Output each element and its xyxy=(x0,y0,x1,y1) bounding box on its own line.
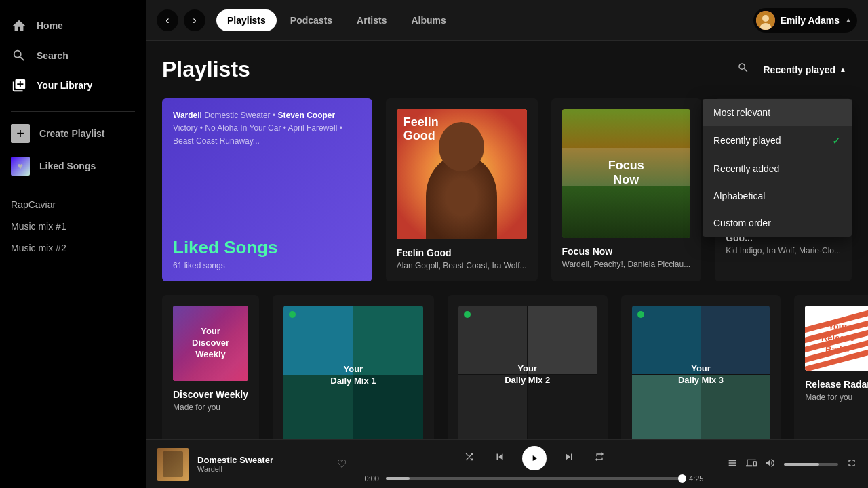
person-head xyxy=(439,122,484,171)
search-icon xyxy=(11,47,27,64)
sidebar-divider xyxy=(11,111,135,112)
feelin-good-art: FeelinGood xyxy=(397,109,527,239)
focus-now-text: FocusNow xyxy=(608,159,644,188)
previous-button[interactable] xyxy=(491,448,509,468)
card-daily-mix-2[interactable]: YourDaily Mix 2 Daily Mix 2 The Serious … xyxy=(448,295,608,439)
daily-mix-3-art: YourDaily Mix 3 xyxy=(632,306,770,439)
shuffle-button[interactable] xyxy=(461,449,477,468)
dropdown-label: Recently played xyxy=(713,135,781,146)
home-icon xyxy=(11,18,27,34)
fullscreen-button[interactable] xyxy=(846,458,857,470)
player-left: Domestic Sweater Wardell ♡ xyxy=(157,448,347,481)
daily-mix-2-text: YourDaily Mix 2 xyxy=(505,363,550,386)
volume-fill xyxy=(784,463,819,466)
dropdown-item-most-relevant[interactable]: Most relevant xyxy=(703,99,852,126)
sidebar-divider-2 xyxy=(11,188,135,188)
dropdown-label: Alphabetical xyxy=(713,190,765,201)
player-bar: Domestic Sweater Wardell ♡ xyxy=(146,439,868,488)
sidebar-home-label: Home xyxy=(37,20,63,31)
playlist-label: RapCaviar xyxy=(11,199,56,210)
sidebar-item-rapcaviar[interactable]: RapCaviar xyxy=(0,194,146,216)
devices-button[interactable] xyxy=(746,458,757,470)
dropdown-item-alphabetical[interactable]: Alphabetical xyxy=(703,182,852,209)
tab-playlists[interactable]: Playlists xyxy=(216,9,277,31)
discover-weekly-thumb: YourDiscoverWeekly xyxy=(173,306,248,381)
dropdown-item-custom-order[interactable]: Custom order xyxy=(703,209,852,237)
player-track-name: Domestic Sweater xyxy=(197,455,329,465)
topbar-right: Emily Adams ▲ xyxy=(753,8,857,33)
playlist-grid-row2: YourDiscoverWeekly Discover Weekly Made … xyxy=(162,295,852,439)
card-discover-weekly[interactable]: YourDiscoverWeekly Discover Weekly Made … xyxy=(162,295,259,439)
dropdown-label: Recently added xyxy=(713,163,779,174)
main-content: Playlists Recently played ▲ Most relevan… xyxy=(146,41,868,439)
library-icon xyxy=(11,77,27,94)
player-artist-name: Wardell xyxy=(197,465,329,473)
nav-arrows: ‹ › xyxy=(157,9,205,31)
liked-songs-button[interactable]: ♥ Liked Songs xyxy=(0,150,146,182)
dot-badge xyxy=(464,311,471,318)
discover-weekly-text: YourDiscoverWeekly xyxy=(186,321,235,366)
repeat-button[interactable] xyxy=(591,449,608,468)
sidebar-item-library[interactable]: Your Library xyxy=(0,70,146,100)
card-focus-now[interactable]: FocusNow Focus Now Wardell, Peachy!, Dan… xyxy=(551,98,702,281)
card-feelin-good[interactable]: FeelinGood Feelin Good Alan Gogoll, Beas… xyxy=(386,98,538,281)
release-radar-thumb: YourReleaseRadar xyxy=(805,306,868,371)
daily-mix-1-art: YourDaily Mix 1 xyxy=(283,306,423,439)
time-total: 4:25 xyxy=(689,474,703,483)
release-radar-text: YourReleaseRadar xyxy=(816,316,860,361)
daily-mix-2-art: YourDaily Mix 2 xyxy=(458,306,597,439)
card-desc: Wardell, Peachy!, Daniela Picciau... xyxy=(562,260,691,269)
user-profile[interactable]: Emily Adams ▲ xyxy=(753,8,857,33)
dropdown-label: Custom order xyxy=(713,218,771,228)
create-playlist-button[interactable]: + Create Playlist xyxy=(0,117,146,150)
back-button[interactable]: ‹ xyxy=(157,9,178,31)
next-button[interactable] xyxy=(560,448,578,468)
sort-label: Recently played xyxy=(763,64,835,75)
sidebar-item-music-mix-2[interactable]: Music mix #2 xyxy=(0,237,146,259)
liked-songs-card[interactable]: Wardell Domestic Sweater • Steven Cooper… xyxy=(162,98,372,281)
progress-track[interactable] xyxy=(386,477,682,480)
liked-songs-title: Liked Songs xyxy=(173,237,361,258)
card-name: Focus Now xyxy=(562,246,691,257)
filter-area: Recently played ▲ Most relevant Recently… xyxy=(737,62,852,78)
sidebar-item-music-mix-1[interactable]: Music mix #1 xyxy=(0,216,146,237)
tab-artists[interactable]: Artists xyxy=(346,9,397,31)
card-daily-mix-3[interactable]: YourDaily Mix 3 Daily Mix 3 Marie-Clo, N… xyxy=(621,295,781,439)
release-radar-art: YourReleaseRadar xyxy=(805,306,868,371)
sidebar-item-search[interactable]: Search xyxy=(0,41,146,70)
focus-landscape: FocusNow xyxy=(562,109,691,238)
player-track-info: Domestic Sweater Wardell xyxy=(197,455,329,473)
queue-button[interactable] xyxy=(727,458,738,470)
play-pause-button[interactable] xyxy=(522,446,547,470)
playlist-label: Music mix #2 xyxy=(11,243,66,253)
create-playlist-icon: + xyxy=(11,124,30,143)
track-name-1: Wardell xyxy=(173,110,202,120)
page-title: Playlists xyxy=(162,57,250,82)
tab-podcasts[interactable]: Podcasts xyxy=(279,9,343,31)
heart-icon[interactable]: ♡ xyxy=(337,458,347,470)
dropdown-item-recently-played[interactable]: Recently played ✓ xyxy=(703,126,852,155)
user-name: Emily Adams xyxy=(781,15,840,26)
liked-songs-count: 61 liked songs xyxy=(173,261,361,270)
volume-button[interactable] xyxy=(765,458,776,470)
card-daily-mix-1[interactable]: YourDaily Mix 1 Daily Mix 1 Gene Evaro J… xyxy=(273,295,434,439)
user-avatar xyxy=(756,11,775,30)
sort-dropdown-menu: Most relevant Recently played ✓ Recently… xyxy=(703,99,852,237)
tab-albums[interactable]: Albums xyxy=(400,9,456,31)
volume-track[interactable] xyxy=(784,463,838,466)
sidebar-nav: Home Search Your Library xyxy=(0,5,146,106)
filter-search-icon[interactable] xyxy=(737,62,749,77)
sidebar-library-label: Your Library xyxy=(37,80,92,91)
player-center: 0:00 4:25 xyxy=(347,446,722,483)
forward-button[interactable]: › xyxy=(184,9,205,31)
dropdown-item-recently-added[interactable]: Recently added xyxy=(703,155,852,182)
sidebar-item-home[interactable]: Home xyxy=(0,11,146,41)
card-desc: Kid Indigo, Ira Wolf, Marie-Clo... xyxy=(726,246,841,256)
user-dropdown-icon: ▲ xyxy=(845,16,852,24)
sort-dropdown-button[interactable]: Recently played ▲ xyxy=(757,62,852,78)
time-current: 0:00 xyxy=(365,474,379,483)
card-release-radar[interactable]: YourReleaseRadar Release Radar Made for … xyxy=(794,295,868,439)
player-album-art xyxy=(157,448,189,481)
check-icon: ✓ xyxy=(832,134,841,147)
daily-mix-1-text: YourDaily Mix 1 xyxy=(330,364,376,387)
